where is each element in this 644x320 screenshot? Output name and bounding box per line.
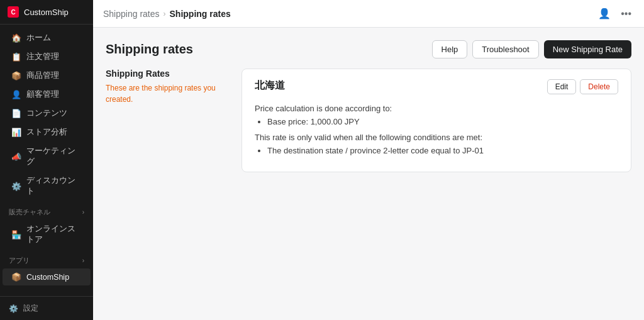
products-icon: 📦 xyxy=(11,71,21,80)
sidebar-item-marketing[interactable]: 📣 マーケティング xyxy=(3,142,91,171)
profile-button[interactable]: 👤 xyxy=(596,5,613,22)
more-button[interactable]: ••• xyxy=(618,6,634,22)
sidebar-item-label: マーケティング xyxy=(26,146,82,167)
sidebar-item-products[interactable]: 📦 商品管理 xyxy=(3,67,91,85)
conditions-list: The destination state / province 2-lette… xyxy=(267,146,618,155)
sidebar-item-label: 商品管理 xyxy=(26,70,59,81)
sidebar-app-name: CustomShip xyxy=(24,8,69,17)
sidebar-item-orders[interactable]: 📋 注文管理 xyxy=(3,48,91,66)
sidebar-panel-description: These are the shipping rates you created… xyxy=(106,82,231,105)
sidebar-footer-settings[interactable]: ⚙️ 設定 xyxy=(0,296,93,320)
sidebar-header: C CustomShip xyxy=(0,0,93,25)
sidebar-item-label: コンテンツ xyxy=(26,108,67,119)
sales-channel-section: 販売チャネル › xyxy=(0,201,93,219)
sidebar-item-online-store[interactable]: 🏪 オンラインストア xyxy=(3,220,91,249)
sidebar-item-content[interactable]: 📄 コンテンツ xyxy=(3,104,91,123)
conditions-text: This rate is only valid when all the fol… xyxy=(255,133,618,142)
shipping-rate-card: 北海道 Edit Delete Price calculation is don… xyxy=(242,69,631,172)
topbar: Shipping rates › Shipping rates 👤 ••• xyxy=(93,0,644,28)
delete-button[interactable]: Delete xyxy=(580,79,618,94)
chevron-right-icon-apps: › xyxy=(82,257,84,264)
sidebar-item-label: CustomShip xyxy=(26,273,69,282)
card-header: 北海道 Edit Delete xyxy=(255,79,618,97)
breadcrumb-separator: › xyxy=(164,9,166,18)
marketing-icon: 📣 xyxy=(11,152,21,162)
content-icon: 📄 xyxy=(11,109,21,118)
settings-icon: ⚙️ xyxy=(9,304,18,313)
edit-button[interactable]: Edit xyxy=(547,79,577,94)
sidebar-panel-title: Shipping Rates xyxy=(106,69,231,79)
sidebar: C CustomShip 🏠 ホーム 📋 注文管理 📦 商品管理 👤 顧客管理 … xyxy=(0,0,93,320)
apps-label: アプリ xyxy=(9,256,30,265)
condition-item: The destination state / province 2-lette… xyxy=(267,146,618,155)
new-shipping-rate-button[interactable]: New Shipping Rate xyxy=(544,40,631,58)
apps-section: アプリ › xyxy=(0,250,93,268)
settings-label: 設定 xyxy=(23,303,38,314)
sidebar-panel: Shipping Rates These are the shipping ra… xyxy=(106,69,231,172)
sidebar-item-label: オンラインストア xyxy=(26,224,82,245)
page-header-actions: Help Troubleshoot New Shipping Rate xyxy=(432,40,631,58)
analytics-icon: 📊 xyxy=(11,128,21,137)
main-content: Shipping rates › Shipping rates 👤 ••• Sh… xyxy=(93,0,644,320)
troubleshoot-button[interactable]: Troubleshoot xyxy=(472,40,538,58)
sidebar-item-label: 注文管理 xyxy=(26,52,59,62)
content-layout: Shipping Rates These are the shipping ra… xyxy=(106,69,631,172)
sidebar-item-label: 顧客管理 xyxy=(26,89,59,100)
sidebar-item-home[interactable]: 🏠 ホーム xyxy=(3,29,91,47)
price-calc-list: Base price: 1,000.00 JPY xyxy=(267,117,618,126)
breadcrumb-current: Shipping rates xyxy=(170,9,231,19)
sidebar-item-label: ホーム xyxy=(26,33,51,43)
page-title: Shipping rates xyxy=(106,42,193,57)
card-title: 北海道 xyxy=(255,79,285,92)
page-header: Shipping rates Help Troubleshoot New Shi… xyxy=(106,40,631,58)
sidebar-item-customship[interactable]: 📦 CustomShip xyxy=(3,268,91,285)
breadcrumb-parent[interactable]: Shipping rates xyxy=(103,9,160,19)
customship-icon: 📦 xyxy=(11,272,21,282)
card-actions: Edit Delete xyxy=(547,79,618,94)
sidebar-item-discounts[interactable]: ⚙️ ディスカウント xyxy=(3,172,91,201)
orders-icon: 📋 xyxy=(11,52,21,62)
help-button[interactable]: Help xyxy=(432,40,468,58)
topbar-actions: 👤 ••• xyxy=(596,5,634,22)
sidebar-nav: 🏠 ホーム 📋 注文管理 📦 商品管理 👤 顧客管理 📄 コンテンツ 📊 ストア… xyxy=(0,25,93,296)
sales-channel-label: 販売チャネル xyxy=(9,207,50,217)
page: Shipping rates Help Troubleshoot New Shi… xyxy=(93,28,644,320)
home-icon: 🏠 xyxy=(11,33,21,43)
online-store-icon: 🏪 xyxy=(11,230,21,240)
discounts-icon: ⚙️ xyxy=(11,182,21,191)
sidebar-item-analytics[interactable]: 📊 ストア分析 xyxy=(3,123,91,141)
sidebar-item-customers[interactable]: 👤 顧客管理 xyxy=(3,86,91,104)
customers-icon: 👤 xyxy=(11,90,21,99)
price-calc-text: Price calculation is done according to: xyxy=(255,104,618,113)
logo-text: C xyxy=(11,9,15,16)
base-price-item: Base price: 1,000.00 JPY xyxy=(267,117,618,126)
breadcrumb: Shipping rates › Shipping rates xyxy=(103,9,231,19)
sidebar-item-label: ストア分析 xyxy=(26,127,67,138)
sidebar-item-label: ディスカウント xyxy=(26,175,82,197)
app-logo: C xyxy=(8,6,19,18)
chevron-right-icon: › xyxy=(82,209,84,216)
